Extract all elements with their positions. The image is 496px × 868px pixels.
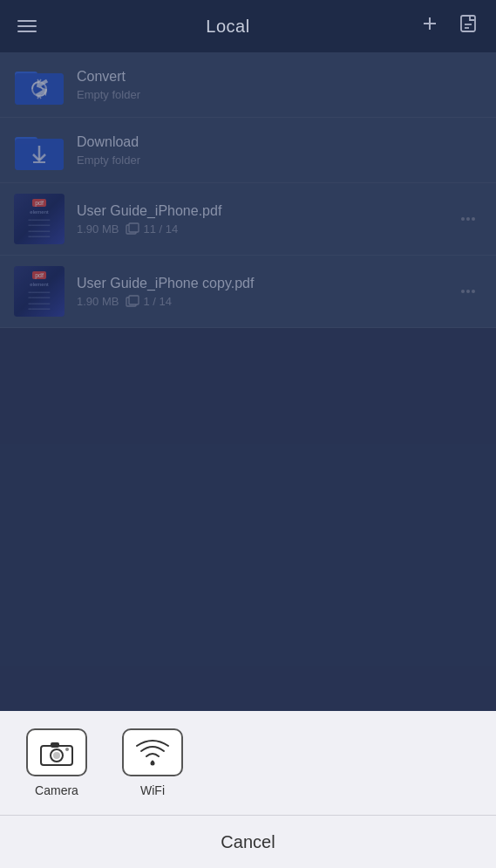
action-sheet: Camera WiFi Cancel	[0, 711, 496, 868]
file-name: Convert	[77, 69, 482, 85]
camera-icon-box	[26, 728, 87, 776]
more-options-button[interactable]	[454, 286, 482, 297]
header-actions	[419, 13, 479, 39]
menu-button[interactable]	[17, 20, 37, 32]
camera-label: Camera	[35, 783, 78, 797]
app-header: Local	[0, 0, 496, 52]
file-info: Convert Empty folder	[77, 69, 482, 101]
file-list-container: Convert Empty folder Download Empty f	[0, 52, 496, 711]
svg-point-20	[53, 752, 60, 759]
svg-rect-17	[129, 296, 139, 304]
wifi-icon	[133, 737, 172, 769]
wifi-label: WiFi	[140, 783, 165, 797]
file-name: Download	[77, 134, 482, 150]
file-info: User Guide_iPhone.pdf 1.90 MB 11 / 14	[77, 203, 442, 236]
file-name: User Guide_iPhone copy.pdf	[77, 276, 442, 291]
cancel-button[interactable]: Cancel	[0, 816, 496, 868]
pages-icon	[126, 222, 139, 235]
list-item[interactable]: Download Empty folder	[0, 118, 496, 183]
file-meta: 1.90 MB 1 / 14	[77, 295, 442, 308]
list-item[interactable]: pdf element ════════════════════════════…	[0, 256, 496, 328]
pages-icon	[126, 295, 139, 307]
add-button[interactable]	[419, 13, 440, 39]
list-item[interactable]: Convert Empty folder	[0, 52, 496, 118]
note-button[interactable]	[458, 13, 479, 39]
svg-rect-21	[51, 742, 59, 748]
file-list: Convert Empty folder Download Empty f	[0, 52, 496, 328]
pdf-thumbnail: pdf element ════════════════════════════	[14, 266, 65, 317]
action-items: Camera WiFi	[0, 711, 496, 816]
camera-action[interactable]: Camera	[26, 728, 87, 797]
camera-icon	[39, 739, 74, 767]
file-pages: 1 / 14	[126, 295, 172, 308]
file-pages: 11 / 14	[126, 222, 178, 236]
file-meta: 1.90 MB 11 / 14	[77, 222, 442, 236]
more-options-button[interactable]	[454, 214, 482, 224]
list-item[interactable]: pdf element ════════════════════════════…	[0, 183, 496, 256]
file-name: User Guide_iPhone.pdf	[77, 203, 442, 219]
svg-rect-2	[461, 16, 475, 31]
file-info: User Guide_iPhone copy.pdf 1.90 MB 1 / 1…	[77, 276, 442, 308]
folder-icon	[14, 63, 65, 106]
svg-point-22	[65, 748, 69, 751]
pdf-thumbnail: pdf element ════════════════════════════	[14, 194, 65, 244]
wifi-icon-box	[122, 728, 183, 776]
file-meta: Empty folder	[77, 154, 482, 167]
file-info: Download Empty folder	[77, 134, 482, 167]
wifi-action[interactable]: WiFi	[122, 728, 183, 797]
file-size: 1.90 MB	[77, 222, 119, 236]
page-title: Local	[206, 17, 249, 37]
svg-rect-15	[129, 223, 139, 232]
file-meta: Empty folder	[77, 88, 482, 101]
svg-rect-7	[15, 73, 64, 105]
svg-point-23	[151, 761, 155, 765]
folder-icon	[14, 128, 65, 172]
cancel-label: Cancel	[221, 832, 275, 852]
file-size: 1.90 MB	[77, 295, 119, 308]
